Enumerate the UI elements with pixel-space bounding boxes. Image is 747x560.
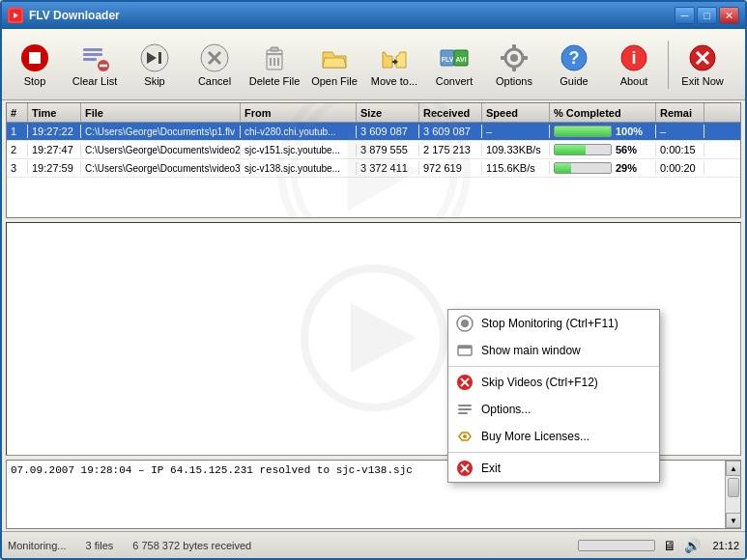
row-file: C:\Users\George\Documents\p1.flv [81,126,241,138]
svg-rect-31 [501,56,505,60]
exit-button[interactable]: Exit Now [674,34,732,96]
menu-separator [448,366,659,367]
convert-label: Convert [436,75,474,87]
delete-button[interactable]: Delete File [245,34,303,96]
log-text: 07.09.2007 19:28:04 – IP 64.15.125.231 r… [11,464,413,476]
table-row[interactable]: 2 19:27:47 C:\Users\George\Documents\vid… [7,141,740,159]
guide-button[interactable]: ? Guide [545,34,603,96]
options-label: Options [496,75,532,87]
svg-rect-47 [458,346,472,349]
show-main-icon [456,342,474,359]
clear-list-button[interactable]: Clear List [66,34,124,96]
guide-label: Guide [560,75,588,87]
row-remain: 0:00:15 [656,143,704,156]
scroll-down-button[interactable]: ▼ [726,513,741,528]
stop-button[interactable]: Stop [6,34,64,96]
row-size: 3 879 555 [357,143,419,156]
svg-rect-3 [29,52,41,64]
open-file-icon [319,42,350,73]
row-file: C:\Users\George\Documents\video3... [81,162,241,175]
scroll-track [726,476,740,513]
menu-item-options[interactable]: Options... [448,396,659,423]
svg-rect-17 [271,47,278,51]
table-row[interactable]: 1 19:27:22 C:\Users\George\Documents\p1.… [7,123,740,141]
skip-button[interactable]: Skip [126,34,184,96]
svg-rect-5 [83,53,102,56]
svg-text:i: i [631,48,636,68]
convert-button[interactable]: FLV AVI Convert [425,34,483,96]
restore-button[interactable]: □ [697,7,717,24]
svg-text:FLV: FLV [442,56,454,63]
close-button[interactable]: ✕ [719,7,739,24]
clear-list-label: Clear List [72,75,117,87]
row-time: 19:27:59 [28,161,81,175]
svg-rect-30 [512,67,516,71]
col-header-remain: Remai [656,103,704,122]
menu-item-exit[interactable]: Exit [448,455,659,482]
menu-item-buy[interactable]: Buy More Licenses... [448,423,659,450]
cancel-icon [199,42,230,73]
col-header-size: Size [357,103,419,122]
menu-item-stop-monitoring[interactable]: Stop Monitoring (Ctrl+F11) [448,310,659,337]
svg-rect-29 [512,44,516,49]
row-speed: 115.6KB/s [482,161,550,175]
status-monitoring: Monitoring... [8,540,67,551]
row-size: 3 609 087 [357,125,419,138]
cancel-label: Cancel [198,75,231,87]
row-time: 19:27:22 [28,125,81,138]
menu-item-skip-videos[interactable]: Skip Videos (Ctrl+F12) [448,369,659,396]
progress-bar-fill [555,126,611,136]
cancel-button[interactable]: Cancel [186,34,244,96]
row-from: chi-v280.chi.youtub... [241,126,357,138]
about-button[interactable]: i About [605,34,663,96]
svg-rect-32 [523,56,528,60]
app-icon [8,8,23,23]
options-button[interactable]: Options [485,34,543,96]
row-num: 2 [7,143,28,156]
table-header: # Time File From Size Received Speed % C… [7,103,740,123]
about-icon: i [618,42,649,73]
skip-icon [139,42,170,73]
convert-icon: FLV AVI [439,42,470,73]
row-from: sjc-v138.sjc.youtube... [241,162,357,175]
move-label: Move to... [371,75,417,87]
col-header-from: From [241,103,357,122]
clear-list-icon [79,42,110,73]
systray-volume-icon: 🔊 [684,538,701,553]
skip-videos-icon [456,374,474,391]
download-table: # Time File From Size Received Speed % C… [6,102,741,218]
row-remain: – [656,125,704,138]
progress-label: 56% [616,144,637,155]
menu-item-show-main[interactable]: Show main window [448,337,659,364]
systray-network-icon: 🖥 [663,538,676,553]
svg-text:AVI: AVI [455,56,466,63]
scroll-thumb[interactable] [728,478,739,497]
svg-rect-51 [458,405,472,406]
menu-label: Buy More Licenses... [481,430,589,443]
table-row[interactable]: 3 19:27:59 C:\Users\George\Documents\vid… [7,159,740,178]
move-button[interactable]: Move to... [365,34,423,96]
svg-rect-53 [458,412,468,414]
row-time: 19:27:47 [28,143,81,156]
row-received: 2 175 213 [419,143,482,156]
row-pct: 29% [550,161,656,175]
stop-icon [19,42,50,73]
open-file-button[interactable]: Open File [305,34,363,96]
row-num: 3 [7,161,28,175]
col-header-time: Time [28,103,81,122]
systray-time: 21:12 [712,540,739,551]
toolbar: Stop Clear List [2,29,745,100]
window-title: FLV Downloader [29,9,675,22]
row-from: sjc-v151.sjc.youtube... [241,144,357,156]
minimize-button[interactable]: ─ [675,7,695,24]
progress-bar-container [554,126,612,137]
options-icon [499,42,530,73]
row-file: C:\Users\George\Documents\video2... [81,144,241,156]
exit-menu-icon [456,460,474,477]
scroll-up-button[interactable]: ▲ [726,461,741,476]
col-header-num: # [7,103,28,122]
window-controls: ─ □ ✕ [675,7,739,24]
main-window: FLV Downloader ─ □ ✕ Stop [0,0,747,560]
guide-icon: ? [559,42,589,73]
row-received: 972 619 [419,161,482,175]
